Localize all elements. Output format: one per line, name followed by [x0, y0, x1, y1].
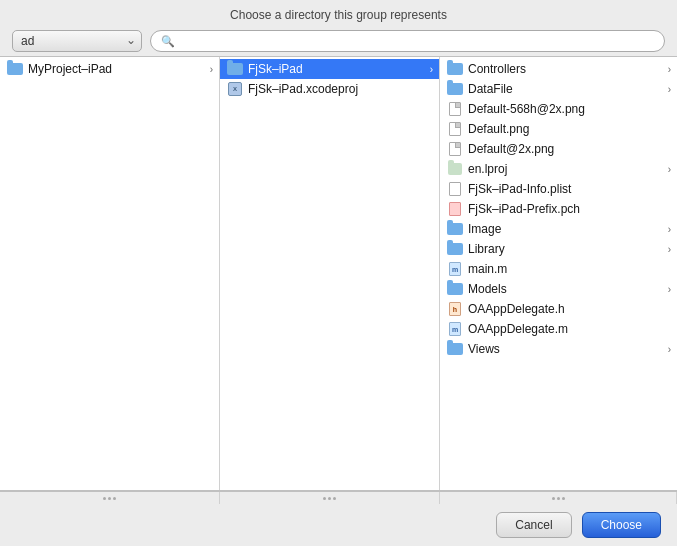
folder-icon-wrapper: [446, 222, 464, 236]
folder-icon: [227, 63, 243, 75]
item-label: FjSk–iPad-Prefix.pch: [468, 202, 671, 216]
chevron-right-icon: ›: [668, 224, 671, 235]
folder-icon-wrapper: [446, 62, 464, 76]
search-input[interactable]: [179, 34, 654, 48]
xcodeproj-icon-wrapper: X: [226, 82, 244, 96]
item-label: Default-568h@2x.png: [468, 102, 671, 116]
chevron-right-icon: ›: [430, 64, 433, 75]
title-bar: Choose a directory this group represents: [0, 0, 677, 26]
png-icon: [449, 122, 461, 136]
resize-handle-col2[interactable]: [220, 492, 440, 504]
item-label: OAAppDelegate.m: [468, 322, 671, 336]
m-icon: m: [449, 262, 461, 276]
list-item[interactable]: Default@2x.png: [440, 139, 677, 159]
chevron-right-icon: ›: [668, 244, 671, 255]
item-label: Image: [468, 222, 666, 236]
item-label: en.lproj: [468, 162, 666, 176]
m-icon: m: [449, 322, 461, 336]
list-item[interactable]: Controllers›: [440, 59, 677, 79]
dialog-title: Choose a directory this group represents: [230, 8, 447, 22]
choose-button[interactable]: Choose: [582, 512, 661, 538]
folder-icon: [447, 343, 463, 355]
folder-icon-wrapper: [446, 82, 464, 96]
list-item[interactable]: Image›: [440, 219, 677, 239]
folder-icon: [447, 283, 463, 295]
item-label: OAAppDelegate.h: [468, 302, 671, 316]
location-dropdown-wrapper[interactable]: ad Favorites Recents Desktop: [12, 30, 142, 52]
column-1: MyProject–iPad›: [0, 57, 220, 490]
folder-icon-wrapper: [6, 62, 24, 76]
chevron-right-icon: ›: [210, 64, 213, 75]
list-item[interactable]: Library›: [440, 239, 677, 259]
folder-icon: [447, 63, 463, 75]
bottom-bar: Cancel Choose: [0, 504, 677, 546]
folder-icon: [447, 223, 463, 235]
list-item[interactable]: XFjSk–iPad.xcodeproj: [220, 79, 439, 99]
item-label: FjSk–iPad: [248, 62, 428, 76]
pch-icon: [449, 202, 461, 216]
chevron-right-icon: ›: [668, 284, 671, 295]
item-label: Views: [468, 342, 666, 356]
item-label: main.m: [468, 262, 671, 276]
cancel-button[interactable]: Cancel: [496, 512, 571, 538]
h-icon: h: [449, 302, 461, 316]
m-icon-wrapper: m: [446, 322, 464, 336]
chevron-right-icon: ›: [668, 164, 671, 175]
plist-icon: [449, 182, 461, 196]
chevron-right-icon: ›: [668, 344, 671, 355]
folder-icon-wrapper: [446, 282, 464, 296]
item-label: Default@2x.png: [468, 142, 671, 156]
list-item[interactable]: Default-568h@2x.png: [440, 99, 677, 119]
png-icon-wrapper: [446, 142, 464, 156]
list-item[interactable]: MyProject–iPad›: [0, 59, 219, 79]
list-item[interactable]: FjSk–iPad-Info.plist: [440, 179, 677, 199]
search-icon: 🔍: [161, 35, 175, 48]
location-dropdown[interactable]: ad Favorites Recents Desktop: [12, 30, 142, 52]
resize-handle-col1[interactable]: [0, 492, 220, 504]
png-icon: [449, 142, 461, 156]
folder-icon-wrapper: [226, 62, 244, 76]
folder-icon: [447, 243, 463, 255]
item-label: FjSk–iPad.xcodeproj: [248, 82, 433, 96]
png-icon: [449, 102, 461, 116]
column-2: FjSk–iPad›XFjSk–iPad.xcodeproj: [220, 57, 440, 490]
folder-icon: [7, 63, 23, 75]
toolbar: ad Favorites Recents Desktop 🔍: [0, 26, 677, 56]
list-item[interactable]: mmain.m: [440, 259, 677, 279]
pch-icon-wrapper: [446, 202, 464, 216]
search-box: 🔍: [150, 30, 665, 52]
lproj-icon-wrapper: [446, 162, 464, 176]
item-label: Models: [468, 282, 666, 296]
column-3: Controllers›DataFile›Default-568h@2x.png…: [440, 57, 677, 490]
xcodeproj-icon: X: [228, 82, 242, 96]
list-item[interactable]: mOAAppDelegate.m: [440, 319, 677, 339]
lproj-icon: [448, 163, 462, 175]
item-label: Default.png: [468, 122, 671, 136]
file-browser: MyProject–iPad›FjSk–iPad›XFjSk–iPad.xcod…: [0, 56, 677, 491]
m-icon-wrapper: m: [446, 262, 464, 276]
list-item[interactable]: FjSk–iPad-Prefix.pch: [440, 199, 677, 219]
list-item[interactable]: hOAAppDelegate.h: [440, 299, 677, 319]
item-label: Library: [468, 242, 666, 256]
list-item[interactable]: DataFile›: [440, 79, 677, 99]
item-label: FjSk–iPad-Info.plist: [468, 182, 671, 196]
h-icon-wrapper: h: [446, 302, 464, 316]
chevron-right-icon: ›: [668, 84, 671, 95]
item-label: Controllers: [468, 62, 666, 76]
folder-icon: [447, 83, 463, 95]
column-resize-handles: [0, 491, 677, 504]
item-label: DataFile: [468, 82, 666, 96]
png-icon-wrapper: [446, 102, 464, 116]
list-item[interactable]: Views›: [440, 339, 677, 359]
list-item[interactable]: Default.png: [440, 119, 677, 139]
list-item[interactable]: en.lproj›: [440, 159, 677, 179]
folder-icon-wrapper: [446, 242, 464, 256]
folder-icon-wrapper: [446, 342, 464, 356]
list-item[interactable]: FjSk–iPad›: [220, 59, 439, 79]
list-item[interactable]: Models›: [440, 279, 677, 299]
item-label: MyProject–iPad: [28, 62, 208, 76]
chevron-right-icon: ›: [668, 64, 671, 75]
resize-handle-col3[interactable]: [440, 492, 677, 504]
png-icon-wrapper: [446, 122, 464, 136]
plist-icon-wrapper: [446, 182, 464, 196]
